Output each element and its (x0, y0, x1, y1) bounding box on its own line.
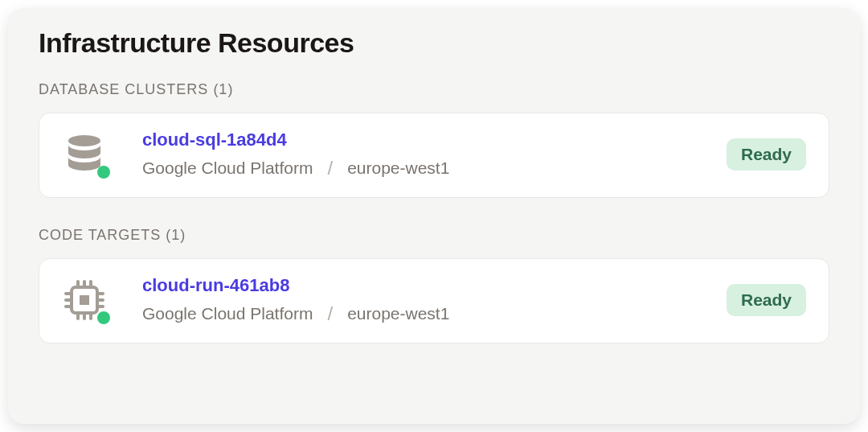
page-title: Infrastructure Resources (39, 27, 829, 59)
database-icon-wrap (62, 132, 107, 177)
status-badge: Ready (727, 284, 806, 316)
section-header-database-clusters: DATABASE CLUSTERS (1) (39, 81, 829, 98)
svg-rect-2 (80, 295, 89, 305)
meta-separator: / (327, 157, 333, 179)
resource-card-code-target[interactable]: cloud-run-461ab8 Google Cloud Platform /… (39, 258, 829, 344)
resource-provider: Google Cloud Platform (142, 304, 313, 323)
resource-region: europe-west1 (347, 304, 449, 323)
resource-name-link[interactable]: cloud-sql-1a84d4 (142, 130, 727, 150)
resource-meta: Google Cloud Platform / europe-west1 (142, 157, 727, 179)
infrastructure-panel: Infrastructure Resources DATABASE CLUSTE… (8, 8, 860, 424)
status-badge: Ready (727, 138, 806, 171)
section-header-code-targets: CODE TARGETS (1) (39, 227, 829, 244)
resource-region: europe-west1 (347, 158, 449, 178)
resource-provider: Google Cloud Platform (142, 158, 313, 178)
resource-card-database[interactable]: cloud-sql-1a84d4 Google Cloud Platform /… (39, 113, 829, 198)
status-dot-icon (97, 311, 110, 324)
resource-meta: Google Cloud Platform / europe-west1 (142, 302, 727, 325)
resource-name-link[interactable]: cloud-run-461ab8 (142, 275, 727, 296)
cpu-icon-wrap (62, 278, 107, 323)
resource-info: cloud-run-461ab8 Google Cloud Platform /… (142, 275, 727, 325)
resource-info: cloud-sql-1a84d4 Google Cloud Platform /… (142, 130, 727, 179)
meta-separator: / (327, 302, 333, 325)
status-dot-icon (97, 166, 110, 179)
